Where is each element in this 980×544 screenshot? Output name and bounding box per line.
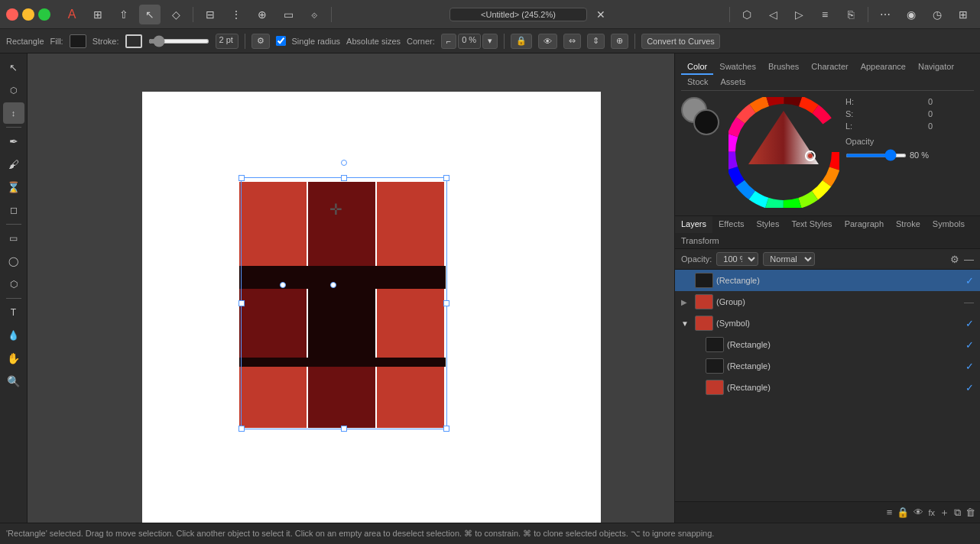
corner-type-btn[interactable]: ⌐ [441, 34, 456, 49]
layer-check-5[interactable]: ✓ [965, 361, 974, 372]
layers-lock-btn[interactable]: 🔒 [897, 507, 909, 518]
pixel-tool[interactable]: ⊞ [952, 5, 974, 24]
layer-check-6[interactable]: ✓ [965, 382, 974, 393]
close-button[interactable] [6, 8, 18, 21]
tab-layers[interactable]: Layers [675, 216, 712, 233]
layer-item-symbol[interactable]: ▼ (Symbol) ✓ [675, 312, 980, 334]
layers-fx-btn[interactable]: fx [928, 508, 935, 517]
tab-character[interactable]: Character [805, 60, 854, 75]
erase-tool[interactable]: ◻ [3, 199, 24, 221]
app-icon[interactable]: A [61, 5, 83, 24]
fg-color-swatch[interactable] [693, 109, 719, 135]
tab-styles[interactable]: Styles [750, 216, 785, 233]
single-radius-check[interactable] [276, 36, 286, 46]
tab-stock[interactable]: Stock [681, 75, 715, 90]
layer-expand-2[interactable]: ▶ [681, 298, 692, 306]
settings-btn[interactable]: ⚙ [251, 34, 270, 49]
opacity-select[interactable]: 100 % 80 % 50 % [716, 252, 758, 266]
layer-check-4[interactable]: ✓ [965, 339, 974, 351]
layer-item-group[interactable]: ▶ (Group) — [675, 291, 980, 312]
align-right[interactable]: ▷ [788, 5, 810, 24]
stroke-swatch[interactable] [125, 34, 142, 48]
select-tool[interactable]: ↖ [139, 5, 161, 24]
layers-add-btn[interactable]: ＋ [939, 506, 949, 520]
blend-mode-select[interactable]: Normal Multiply Screen [763, 252, 815, 266]
tab-symbols[interactable]: Symbols [926, 216, 971, 233]
tab-stroke[interactable]: Stroke [890, 216, 926, 233]
canvas-area[interactable]: ✛ [28, 53, 674, 523]
tab-appearance[interactable]: Appearance [855, 60, 912, 75]
layer-check-1[interactable]: ✓ [965, 275, 974, 287]
lock-btn[interactable]: 🔒 [511, 34, 532, 49]
export-icon[interactable]: ⎘ [840, 5, 862, 24]
node-tool[interactable]: ◇ [165, 5, 187, 24]
tab-effects[interactable]: Effects [712, 216, 750, 233]
convert-curves-btn[interactable]: Convert to Curves [641, 34, 720, 49]
transform-tool[interactable]: ⟐ [303, 5, 325, 24]
document-title-input[interactable] [449, 8, 587, 21]
layers-eye-btn[interactable]: 👁 [913, 507, 923, 518]
visibility-btn[interactable]: 👁 [538, 34, 557, 49]
tool-sep3 [6, 298, 21, 299]
stroke-slider[interactable] [148, 39, 209, 44]
more-tools[interactable]: ⋯ [875, 5, 896, 24]
arrange-tool[interactable]: ⬡ [736, 5, 758, 24]
align-left[interactable]: ◁ [762, 5, 784, 24]
layers-icon-top[interactable]: ≡ [814, 5, 836, 24]
grid-tool[interactable]: ⊞ [87, 5, 109, 24]
stroke-label: Stroke: [92, 37, 119, 46]
paint-tool[interactable]: ⌛ [3, 176, 24, 198]
layer-expand-3[interactable]: ▼ [681, 319, 692, 328]
tab-paragraph[interactable]: Paragraph [839, 216, 890, 233]
tab-navigator[interactable]: Navigator [912, 60, 960, 75]
tab-swatches[interactable]: Swatches [713, 60, 762, 75]
tab-text-styles[interactable]: Text Styles [785, 216, 838, 233]
color-wheel-top[interactable]: ◉ [900, 5, 922, 24]
pointer-tool[interactable]: ↖ [3, 57, 24, 78]
layer-item-rect-child2[interactable]: (Rectangle) ✓ [675, 355, 980, 377]
corner-pct-value[interactable]: 0 % [458, 34, 481, 49]
layers-panel-tabs: Layers Effects Styles Text Styles Paragr… [675, 216, 980, 249]
rect-tool[interactable]: ▭ [3, 228, 24, 249]
flip-v-btn[interactable]: ⇕ [587, 34, 605, 49]
blend-settings-btn[interactable]: ⚙ [950, 254, 959, 265]
close-title-btn[interactable]: ✕ [590, 5, 612, 24]
layer-item-rect-child1[interactable]: (Rectangle) ✓ [675, 334, 980, 355]
tab-color[interactable]: Color [681, 60, 713, 75]
polygon-tool[interactable]: ⬡ [3, 274, 24, 295]
stroke-pt-value[interactable]: 2 pt [216, 34, 239, 49]
zoom-tool[interactable]: 🔍 [3, 371, 24, 392]
history-tool[interactable]: ◷ [926, 5, 948, 24]
eyedropper-tool[interactable]: 💧 [3, 325, 24, 346]
corner-pct-dropdown[interactable]: ▾ [482, 34, 498, 49]
layers-delete-btn[interactable]: 🗑 [965, 507, 975, 518]
share-tool[interactable]: ⇧ [113, 5, 135, 24]
opacity-slider[interactable] [845, 154, 907, 157]
flip-h-btn[interactable]: ⇔ [563, 34, 581, 49]
layer-item-rect-child3[interactable]: (Rectangle) ✓ [675, 377, 980, 398]
pencil-tool[interactable]: ✒ [3, 131, 24, 152]
fill-swatch[interactable] [70, 34, 86, 48]
layer-item-rectangle-selected[interactable]: (Rectangle) ✓ [675, 270, 980, 291]
view-grid[interactable]: ⊟ [200, 5, 221, 24]
tab-brushes[interactable]: Brushes [762, 60, 805, 75]
view-snap[interactable]: ⊕ [251, 5, 273, 24]
blend-extra-btn[interactable]: — [964, 254, 974, 265]
transform-select-tool[interactable]: ↕ [3, 102, 24, 124]
text-tool[interactable]: T [3, 302, 24, 323]
hand-tool[interactable]: ✋ [3, 348, 24, 369]
ellipse-tool[interactable]: ◯ [3, 251, 24, 272]
anchor-btn[interactable]: ⊕ [611, 34, 628, 49]
tab-assets[interactable]: Assets [715, 75, 752, 90]
view-cols[interactable]: ⋮ [226, 5, 247, 24]
layer-check-3[interactable]: ✓ [965, 318, 974, 329]
rect-tool-top[interactable]: ▭ [277, 5, 299, 24]
layers-copy-btn[interactable]: ⧉ [954, 507, 961, 519]
tab-transform[interactable]: Transform [675, 233, 725, 248]
brush-tool[interactable]: 🖌 [3, 154, 24, 175]
layers-stack-btn[interactable]: ≡ [887, 507, 893, 518]
minimize-button[interactable] [22, 8, 34, 21]
node-edit-tool[interactable]: ⬡ [3, 79, 24, 101]
maximize-button[interactable] [38, 8, 50, 21]
color-wheel-container[interactable] [729, 97, 839, 209]
